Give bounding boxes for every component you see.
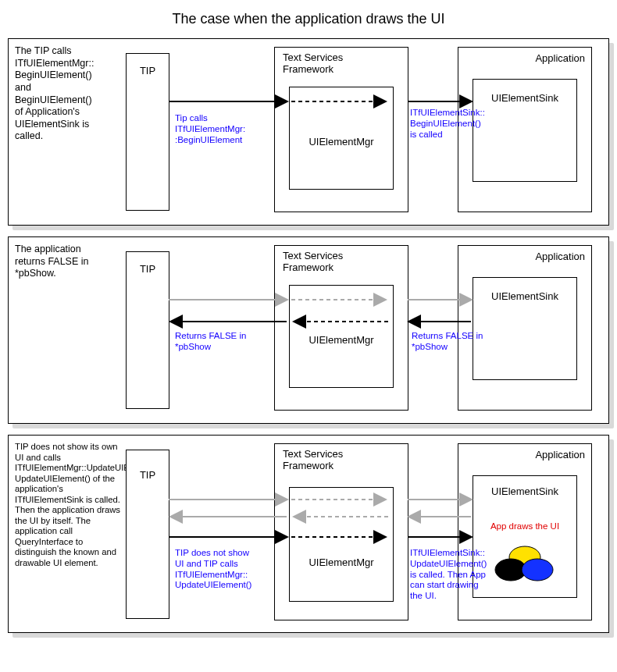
uielementsink-label: UIElementSink bbox=[473, 92, 576, 104]
tsf-box: Text Services Framework UIElementMgr bbox=[274, 443, 408, 620]
panel-3: TIP does not show its own UI and calls I… bbox=[8, 435, 609, 633]
tip-label: TIP bbox=[127, 263, 169, 275]
app-draws-ui-note: App draws the UI bbox=[473, 521, 576, 531]
application-label: Application bbox=[535, 251, 585, 262]
uielementmgr-label: UIElementMgr bbox=[290, 334, 393, 346]
tip-box: TIP bbox=[126, 450, 169, 619]
application-label: Application bbox=[535, 449, 585, 460]
uielementsink-box: UIElementSink bbox=[473, 277, 577, 380]
panel2-cap-right: Returns FALSE in *pbShow bbox=[412, 331, 483, 353]
panel-frame: The TIP calls ITfUIElementMgr:: BeginUIE… bbox=[8, 38, 609, 226]
tsf-box: Text Services Framework UIElementMgr bbox=[274, 47, 408, 212]
uielementmgr-label: UIElementMgr bbox=[290, 136, 393, 148]
uielementsink-label: UIElementSink bbox=[473, 290, 576, 302]
uielementmgr-box: UIElementMgr bbox=[289, 285, 394, 388]
panel-frame: The application returns FALSE in *pbShow… bbox=[8, 236, 609, 424]
tsf-box: Text Services Framework UIElementMgr bbox=[274, 245, 408, 411]
panel2-cap-left: Returns FALSE in *pbShow bbox=[175, 331, 246, 353]
tip-box: TIP bbox=[126, 251, 169, 409]
app-draws-ui-icon bbox=[494, 545, 556, 584]
page-title: The case when the application draws the … bbox=[0, 0, 617, 32]
uielementsink-box: UIElementSink App draws the UI bbox=[473, 475, 577, 598]
panel2-desc: The application returns FALSE in *pbShow… bbox=[15, 244, 123, 280]
tsf-label: Text Services Framework bbox=[283, 251, 343, 274]
panel-1: The TIP calls ITfUIElementMgr:: BeginUIE… bbox=[8, 38, 609, 226]
application-label: Application bbox=[535, 52, 585, 64]
application-box: Application UIElementSink bbox=[458, 245, 592, 411]
uielementmgr-box: UIElementMgr bbox=[289, 87, 394, 190]
tip-box: TIP bbox=[126, 53, 169, 211]
uielementsink-label: UIElementSink bbox=[473, 485, 576, 497]
tsf-label: Text Services Framework bbox=[283, 52, 343, 76]
tip-label: TIP bbox=[127, 469, 169, 481]
panel-frame: TIP does not show its own UI and calls I… bbox=[8, 435, 609, 633]
panel1-cap-left: Tip calls ITfUIElementMgr: :BeginUIEleme… bbox=[175, 113, 245, 145]
svg-point-11 bbox=[522, 559, 553, 581]
panel3-cap-right: ITfUIElementSink:: UpdateUIElement() is … bbox=[410, 548, 488, 602]
uielementsink-box: UIElementSink bbox=[473, 79, 577, 182]
uielementmgr-box: UIElementMgr bbox=[289, 487, 394, 602]
tsf-label: Text Services Framework bbox=[283, 449, 343, 472]
uielementmgr-label: UIElementMgr bbox=[290, 556, 393, 568]
panel-2: The application returns FALSE in *pbShow… bbox=[8, 236, 609, 424]
tip-label: TIP bbox=[127, 65, 169, 76]
panel3-desc: TIP does not show its own UI and calls I… bbox=[15, 442, 126, 569]
panel1-desc: The TIP calls ITfUIElementMgr:: BeginUIE… bbox=[15, 45, 123, 143]
panel1-cap-right: ITfUIElementSink:: BeginUIElement() is c… bbox=[410, 108, 487, 140]
panel3-cap-left: TIP does not show UI and TIP calls ITfUI… bbox=[175, 548, 251, 591]
